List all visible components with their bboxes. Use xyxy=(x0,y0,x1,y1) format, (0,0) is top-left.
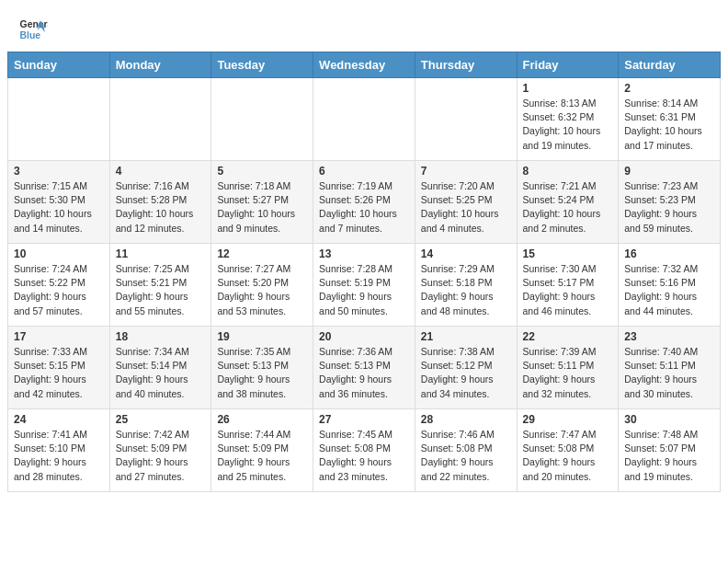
day-info: Sunrise: 7:45 AM Sunset: 5:08 PM Dayligh… xyxy=(319,428,409,484)
calendar-week-4: 24Sunrise: 7:41 AM Sunset: 5:10 PM Dayli… xyxy=(8,409,721,492)
day-info: Sunrise: 7:25 AM Sunset: 5:21 PM Dayligh… xyxy=(116,262,206,318)
calendar-cell: 11Sunrise: 7:25 AM Sunset: 5:21 PM Dayli… xyxy=(109,244,211,327)
calendar-cell: 1Sunrise: 8:13 AM Sunset: 6:32 PM Daylig… xyxy=(517,78,619,161)
day-info: Sunrise: 7:20 AM Sunset: 5:25 PM Dayligh… xyxy=(421,179,511,236)
day-info: Sunrise: 7:44 AM Sunset: 5:09 PM Dayligh… xyxy=(217,428,307,484)
day-info: Sunrise: 7:16 AM Sunset: 5:28 PM Dayligh… xyxy=(116,179,206,236)
day-number: 28 xyxy=(421,413,511,426)
calendar-cell: 10Sunrise: 7:24 AM Sunset: 5:22 PM Dayli… xyxy=(8,244,110,327)
calendar-cell: 9Sunrise: 7:23 AM Sunset: 5:23 PM Daylig… xyxy=(619,161,721,244)
day-number: 8 xyxy=(523,165,613,178)
day-number: 27 xyxy=(319,413,409,426)
day-header-thursday: Thursday xyxy=(415,52,517,78)
calendar-cell: 2Sunrise: 8:14 AM Sunset: 6:31 PM Daylig… xyxy=(619,78,721,161)
calendar-cell: 12Sunrise: 7:27 AM Sunset: 5:20 PM Dayli… xyxy=(211,244,313,327)
day-number: 24 xyxy=(14,413,104,426)
logo-icon: General Blue xyxy=(18,15,48,44)
day-header-saturday: Saturday xyxy=(619,52,721,78)
calendar-cell: 24Sunrise: 7:41 AM Sunset: 5:10 PM Dayli… xyxy=(8,409,110,492)
day-number: 6 xyxy=(319,165,409,178)
calendar-cell: 20Sunrise: 7:36 AM Sunset: 5:13 PM Dayli… xyxy=(313,327,415,409)
calendar-cell: 22Sunrise: 7:39 AM Sunset: 5:11 PM Dayli… xyxy=(517,327,619,409)
day-info: Sunrise: 7:30 AM Sunset: 5:17 PM Dayligh… xyxy=(523,262,613,318)
day-info: Sunrise: 7:23 AM Sunset: 5:23 PM Dayligh… xyxy=(624,179,714,236)
calendar-week-0: 1Sunrise: 8:13 AM Sunset: 6:32 PM Daylig… xyxy=(8,78,721,161)
calendar-cell: 6Sunrise: 7:19 AM Sunset: 5:26 PM Daylig… xyxy=(313,161,415,244)
calendar-cell: 23Sunrise: 7:40 AM Sunset: 5:11 PM Dayli… xyxy=(619,327,721,409)
day-info: Sunrise: 7:40 AM Sunset: 5:11 PM Dayligh… xyxy=(624,345,714,401)
day-number: 10 xyxy=(14,247,104,260)
calendar-cell: 21Sunrise: 7:38 AM Sunset: 5:12 PM Dayli… xyxy=(415,327,517,409)
day-info: Sunrise: 7:19 AM Sunset: 5:26 PM Dayligh… xyxy=(319,179,409,236)
calendar-cell: 19Sunrise: 7:35 AM Sunset: 5:13 PM Dayli… xyxy=(211,327,313,409)
day-number: 9 xyxy=(624,165,714,178)
day-number: 7 xyxy=(421,165,511,178)
calendar-cell: 7Sunrise: 7:20 AM Sunset: 5:25 PM Daylig… xyxy=(415,161,517,244)
day-number: 18 xyxy=(116,330,206,343)
calendar-cell: 3Sunrise: 7:15 AM Sunset: 5:30 PM Daylig… xyxy=(8,161,110,244)
calendar-cell xyxy=(8,78,110,161)
day-info: Sunrise: 7:47 AM Sunset: 5:08 PM Dayligh… xyxy=(523,428,613,484)
day-info: Sunrise: 7:39 AM Sunset: 5:11 PM Dayligh… xyxy=(523,345,613,401)
day-number: 4 xyxy=(116,165,206,178)
day-number: 30 xyxy=(624,413,714,426)
day-header-friday: Friday xyxy=(517,52,619,78)
day-info: Sunrise: 7:42 AM Sunset: 5:09 PM Dayligh… xyxy=(116,428,206,484)
day-info: Sunrise: 7:29 AM Sunset: 5:18 PM Dayligh… xyxy=(421,262,511,318)
day-info: Sunrise: 7:36 AM Sunset: 5:13 PM Dayligh… xyxy=(319,345,409,401)
day-info: Sunrise: 7:28 AM Sunset: 5:19 PM Dayligh… xyxy=(319,262,409,318)
day-number: 22 xyxy=(523,330,613,343)
day-number: 2 xyxy=(624,82,714,95)
calendar-week-1: 3Sunrise: 7:15 AM Sunset: 5:30 PM Daylig… xyxy=(8,161,721,244)
day-number: 23 xyxy=(624,330,714,343)
calendar-cell: 17Sunrise: 7:33 AM Sunset: 5:15 PM Dayli… xyxy=(8,327,110,409)
calendar-cell xyxy=(109,78,211,161)
calendar-cell: 18Sunrise: 7:34 AM Sunset: 5:14 PM Dayli… xyxy=(109,327,211,409)
day-info: Sunrise: 7:34 AM Sunset: 5:14 PM Dayligh… xyxy=(116,345,206,401)
calendar-week-2: 10Sunrise: 7:24 AM Sunset: 5:22 PM Dayli… xyxy=(8,244,721,327)
day-number: 12 xyxy=(217,247,307,260)
day-number: 5 xyxy=(217,165,307,178)
day-header-tuesday: Tuesday xyxy=(211,52,313,78)
day-info: Sunrise: 7:46 AM Sunset: 5:08 PM Dayligh… xyxy=(421,428,511,484)
calendar-cell: 15Sunrise: 7:30 AM Sunset: 5:17 PM Dayli… xyxy=(517,244,619,327)
calendar-table: SundayMondayTuesdayWednesdayThursdayFrid… xyxy=(7,52,721,492)
day-number: 15 xyxy=(523,247,613,260)
calendar-cell xyxy=(415,78,517,161)
day-info: Sunrise: 7:33 AM Sunset: 5:15 PM Dayligh… xyxy=(14,345,104,401)
calendar-cell: 14Sunrise: 7:29 AM Sunset: 5:18 PM Dayli… xyxy=(415,244,517,327)
day-info: Sunrise: 7:27 AM Sunset: 5:20 PM Dayligh… xyxy=(217,262,307,318)
calendar-cell: 29Sunrise: 7:47 AM Sunset: 5:08 PM Dayli… xyxy=(517,409,619,492)
day-number: 13 xyxy=(319,247,409,260)
calendar-cell: 16Sunrise: 7:32 AM Sunset: 5:16 PM Dayli… xyxy=(619,244,721,327)
day-number: 17 xyxy=(14,330,104,343)
day-info: Sunrise: 8:13 AM Sunset: 6:32 PM Dayligh… xyxy=(523,97,613,153)
day-number: 21 xyxy=(421,330,511,343)
day-info: Sunrise: 8:14 AM Sunset: 6:31 PM Dayligh… xyxy=(624,97,714,153)
calendar-cell: 5Sunrise: 7:18 AM Sunset: 5:27 PM Daylig… xyxy=(211,161,313,244)
day-number: 11 xyxy=(116,247,206,260)
calendar-cell: 8Sunrise: 7:21 AM Sunset: 5:24 PM Daylig… xyxy=(517,161,619,244)
calendar-cell: 26Sunrise: 7:44 AM Sunset: 5:09 PM Dayli… xyxy=(211,409,313,492)
day-info: Sunrise: 7:38 AM Sunset: 5:12 PM Dayligh… xyxy=(421,345,511,401)
day-info: Sunrise: 7:24 AM Sunset: 5:22 PM Dayligh… xyxy=(14,262,104,318)
day-header-monday: Monday xyxy=(109,52,211,78)
calendar-cell: 13Sunrise: 7:28 AM Sunset: 5:19 PM Dayli… xyxy=(313,244,415,327)
day-number: 25 xyxy=(116,413,206,426)
day-number: 3 xyxy=(14,165,104,178)
svg-text:Blue: Blue xyxy=(20,30,41,40)
calendar-cell: 28Sunrise: 7:46 AM Sunset: 5:08 PM Dayli… xyxy=(415,409,517,492)
calendar-header-row: SundayMondayTuesdayWednesdayThursdayFrid… xyxy=(8,52,721,78)
day-info: Sunrise: 7:35 AM Sunset: 5:13 PM Dayligh… xyxy=(217,345,307,401)
day-number: 20 xyxy=(319,330,409,343)
calendar-cell xyxy=(313,78,415,161)
day-number: 14 xyxy=(421,247,511,260)
day-number: 19 xyxy=(217,330,307,343)
day-header-wednesday: Wednesday xyxy=(313,52,415,78)
calendar-cell: 4Sunrise: 7:16 AM Sunset: 5:28 PM Daylig… xyxy=(109,161,211,244)
day-info: Sunrise: 7:32 AM Sunset: 5:16 PM Dayligh… xyxy=(624,262,714,318)
calendar-cell xyxy=(211,78,313,161)
calendar-week-3: 17Sunrise: 7:33 AM Sunset: 5:15 PM Dayli… xyxy=(8,327,721,409)
day-number: 1 xyxy=(523,82,613,95)
calendar-cell: 27Sunrise: 7:45 AM Sunset: 5:08 PM Dayli… xyxy=(313,409,415,492)
